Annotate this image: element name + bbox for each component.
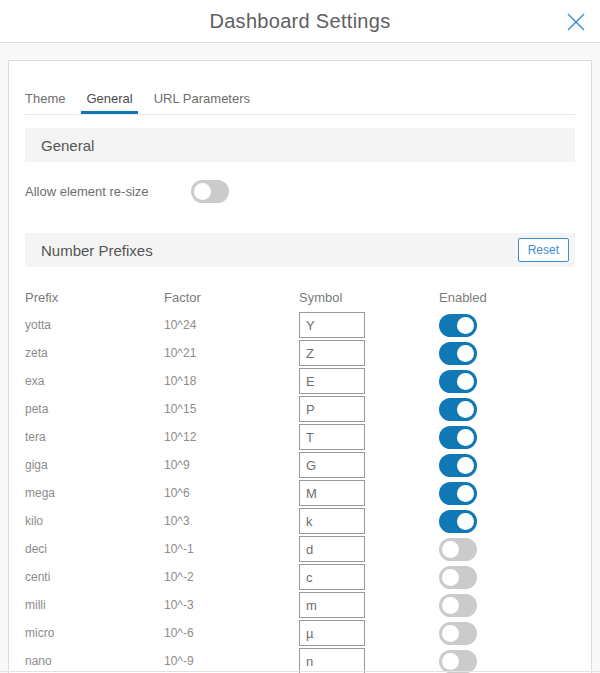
factor-value: 10^6: [164, 486, 299, 500]
column-header-symbol: Symbol: [299, 290, 439, 305]
toggle-knob: [457, 485, 474, 502]
enabled-toggle[interactable]: [439, 426, 477, 449]
table-row: yotta 10^24: [25, 311, 575, 339]
prefix-name: nano: [25, 654, 164, 668]
prefix-name: deci: [25, 542, 164, 556]
number-prefixes-title: Number Prefixes: [41, 242, 153, 259]
enabled-toggle[interactable]: [439, 622, 477, 645]
table-header-row: Prefix Factor Symbol Enabled: [25, 283, 575, 311]
toggle-knob: [457, 513, 474, 530]
toggle-knob: [457, 373, 474, 390]
symbol-input[interactable]: [299, 508, 365, 534]
symbol-input[interactable]: [299, 452, 365, 478]
allow-resize-toggle[interactable]: [191, 180, 229, 203]
symbol-input[interactable]: [299, 340, 365, 366]
toggle-knob: [457, 317, 474, 334]
prefix-name: exa: [25, 374, 164, 388]
dialog-title: Dashboard Settings: [0, 0, 600, 42]
toggle-knob: [194, 183, 211, 200]
prefix-name: micro: [25, 626, 164, 640]
close-button[interactable]: [560, 6, 592, 38]
table-row: tera 10^12: [25, 423, 575, 451]
factor-value: 10^15: [164, 402, 299, 416]
column-header-factor: Factor: [164, 290, 299, 305]
enabled-toggle[interactable]: [439, 594, 477, 617]
toggle-knob: [442, 541, 459, 558]
settings-panel: Theme General URL Parameters General All…: [8, 60, 592, 673]
symbol-input[interactable]: [299, 312, 365, 338]
symbol-input[interactable]: [299, 564, 365, 590]
table-row: nano 10^-9: [25, 647, 575, 673]
enabled-toggle[interactable]: [439, 510, 477, 533]
enabled-toggle[interactable]: [439, 482, 477, 505]
prefix-table: Prefix Factor Symbol Enabled yotta 10^24…: [25, 283, 575, 673]
symbol-input[interactable]: [299, 368, 365, 394]
toggle-knob: [442, 569, 459, 586]
dialog-bottom-edge: [0, 671, 600, 672]
toggle-knob: [457, 401, 474, 418]
dialog-titlebar: Dashboard Settings: [0, 0, 600, 43]
factor-value: 10^-3: [164, 598, 299, 612]
tab-theme[interactable]: Theme: [20, 89, 70, 114]
symbol-input[interactable]: [299, 396, 365, 422]
toggle-knob: [457, 457, 474, 474]
enabled-toggle[interactable]: [439, 370, 477, 393]
toggle-knob: [457, 429, 474, 446]
column-header-prefix: Prefix: [25, 290, 164, 305]
tab-bar: Theme General URL Parameters: [25, 61, 575, 115]
symbol-input[interactable]: [299, 536, 365, 562]
table-row: milli 10^-3: [25, 591, 575, 619]
factor-value: 10^-6: [164, 626, 299, 640]
table-row: mega 10^6: [25, 479, 575, 507]
table-row: deci 10^-1: [25, 535, 575, 563]
toggle-knob: [442, 653, 459, 670]
dialog-body: Theme General URL Parameters General All…: [0, 44, 600, 673]
general-section-header: General: [25, 128, 575, 162]
tab-url-parameters[interactable]: URL Parameters: [149, 89, 255, 114]
table-row: exa 10^18: [25, 367, 575, 395]
factor-value: 10^12: [164, 430, 299, 444]
enabled-toggle[interactable]: [439, 398, 477, 421]
table-row: peta 10^15: [25, 395, 575, 423]
table-row: centi 10^-2: [25, 563, 575, 591]
enabled-toggle[interactable]: [439, 454, 477, 477]
reset-button[interactable]: Reset: [518, 238, 569, 262]
column-header-enabled: Enabled: [439, 290, 575, 305]
general-section-title: General: [41, 137, 94, 154]
prefix-name: milli: [25, 598, 164, 612]
close-icon: [565, 11, 587, 33]
prefix-name: kilo: [25, 514, 164, 528]
enabled-toggle[interactable]: [439, 566, 477, 589]
prefix-name: giga: [25, 458, 164, 472]
prefix-name: tera: [25, 430, 164, 444]
factor-value: 10^-9: [164, 654, 299, 668]
table-row: kilo 10^3: [25, 507, 575, 535]
factor-value: 10^18: [164, 374, 299, 388]
allow-resize-label: Allow element re-size: [25, 184, 191, 199]
factor-value: 10^21: [164, 346, 299, 360]
enabled-toggle[interactable]: [439, 650, 477, 673]
tab-general[interactable]: General: [81, 89, 137, 114]
table-row: giga 10^9: [25, 451, 575, 479]
enabled-toggle[interactable]: [439, 314, 477, 337]
toggle-knob: [442, 625, 459, 642]
factor-value: 10^9: [164, 458, 299, 472]
enabled-toggle[interactable]: [439, 538, 477, 561]
table-row: micro 10^-6: [25, 619, 575, 647]
symbol-input[interactable]: [299, 620, 365, 646]
symbol-input[interactable]: [299, 592, 365, 618]
factor-value: 10^-1: [164, 542, 299, 556]
symbol-input[interactable]: [299, 480, 365, 506]
table-body: yotta 10^24 zeta 10^21 exa 10^18: [25, 311, 575, 673]
table-row: zeta 10^21: [25, 339, 575, 367]
number-prefixes-section-header: Number Prefixes Reset: [25, 233, 575, 267]
toggle-knob: [442, 597, 459, 614]
symbol-input[interactable]: [299, 648, 365, 673]
prefix-name: mega: [25, 486, 164, 500]
enabled-toggle[interactable]: [439, 342, 477, 365]
prefix-name: zeta: [25, 346, 164, 360]
allow-resize-row: Allow element re-size: [25, 162, 575, 220]
symbol-input[interactable]: [299, 424, 365, 450]
prefix-name: yotta: [25, 318, 164, 332]
toggle-knob: [457, 345, 474, 362]
